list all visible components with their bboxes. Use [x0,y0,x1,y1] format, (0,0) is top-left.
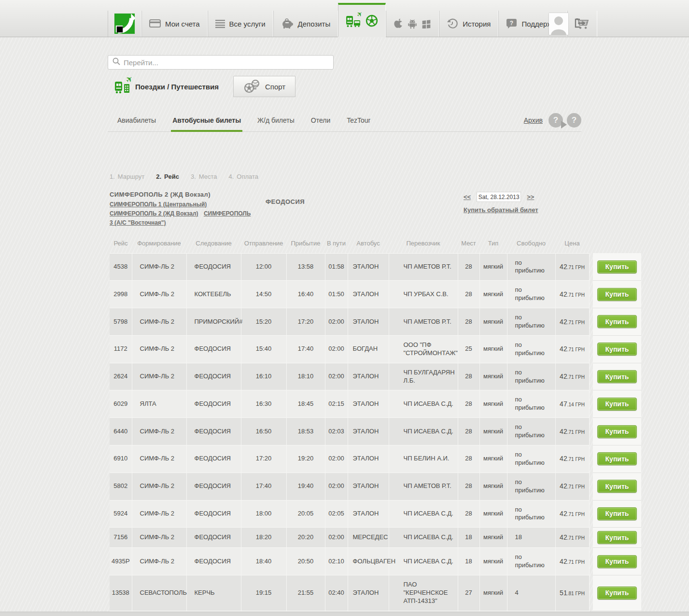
col-header-type: Тип [479,235,507,253]
subtab-bus[interactable]: Автобусные билеты [172,116,241,131]
buy-return-ticket-link[interactable]: Купить обратный билет [464,206,538,214]
trip-number: 5802 [110,473,132,500]
nav-my-accounts-label: Мои счета [165,20,200,28]
station-link-simferopol2[interactable]: СИМФЕРОПОЛЬ 2 (ЖД Вокзал) [110,210,198,217]
col-header-duration: В пути [325,235,348,253]
buy-button[interactable]: Купить [597,288,637,301]
col-header-arrival: Прибытие [286,235,325,253]
archive-link[interactable]: Архив [524,116,543,124]
trip-origin: СИМФ-ЛЬ 2 [132,548,186,575]
nav-mobile-apps[interactable] [386,11,439,37]
trip-duration: 02:10 [325,548,348,575]
date-input[interactable] [477,192,521,202]
trip-duration: 02:00 [325,335,348,363]
trip-row: 2998 СИМФ-ЛЬ 2 КОКТЕБЕЛЬ 14:50 16:40 01:… [110,281,641,308]
logout-icon[interactable] [573,17,586,31]
trip-seats: 28 [458,500,479,528]
buy-button[interactable]: Купить [597,587,637,600]
col-header-seats: Мест [458,235,479,253]
trip-seats: 28 [458,308,479,336]
trip-carrier: ЧП АМЕТОВ Р.Т. [389,253,458,281]
trip-number: 6440 [110,418,132,445]
subtab-teztour[interactable]: TezTour [347,116,370,131]
trip-destination: ПРИМОРСКИЙ# [186,308,241,336]
trip-carrier: ООО "ПФ "СТРОЙМОНТАЖ" [389,335,458,363]
trip-bus-model: ЭТАЛОН [348,281,389,308]
tab-travel[interactable]: ✈ Поездки / Путешествия [108,76,227,97]
trip-duration: 02:15 [325,390,348,418]
trip-price: 42.71ГРН [555,363,589,390]
buy-button[interactable]: Купить [597,370,637,383]
step-payment: 4.Оплата [229,173,259,180]
table-header-row: Рейс Формирование Следование Отправление… [110,235,641,253]
trip-price: 42.71ГРН [555,500,589,528]
subtab-avia[interactable]: Авиабилеты [117,116,156,131]
trip-free-seats: по прибытию [507,473,555,500]
trip-carrier: ПАО "КЕРЧЕНСКОЕ АТП-14313" [389,575,458,611]
prev-date-link[interactable]: << [464,193,471,201]
trip-free-seats: по прибытию [507,363,555,390]
trip-origin: СИМФ-ЛЬ 2 [132,528,186,548]
trip-price: 42.71ГРН [555,335,589,363]
buy-button[interactable]: Купить [597,480,637,493]
buy-button[interactable]: Купить [597,260,637,273]
trip-departure: 18:20 [241,528,286,548]
primary-tabs: ✈ Поездки / Путешествия Спорт [108,76,689,97]
nav-deposits[interactable]: Депозиты [273,11,338,37]
trip-number: 4935Р [110,548,132,575]
trip-arrival: 20:20 [286,528,325,548]
trip-departure: 16:30 [241,390,286,418]
trip-price: 42.71ГРН [555,308,589,336]
nav-history-label: История [463,20,491,28]
privatbank-logo-icon [114,13,135,34]
trip-seat-type: мягкий [479,418,507,445]
trip-free-seats: по прибытию [507,281,555,308]
nav-history[interactable]: История [439,11,498,37]
next-date-link[interactable]: >> [527,193,534,201]
trip-seats: 28 [458,473,479,500]
trip-arrival: 16:40 [286,281,325,308]
trip-bus-model: ЭТАЛОН [348,575,389,611]
nav-travel-sport-active[interactable]: ✈ [338,3,386,37]
trip-origin: СИМФ-ЛЬ 2 [132,281,186,308]
trip-seats: 28 [458,445,479,473]
buy-button[interactable]: Купить [597,452,637,465]
privatbank-logo[interactable] [108,11,141,37]
help-video-icon[interactable]: ? [548,113,563,128]
nav-my-accounts[interactable]: Мои счета [141,11,208,37]
trip-bus-model: ФОЛЬЦВАГЕН [348,548,389,575]
trip-bus-model: ЭТАЛОН [348,500,389,528]
col-header-carrier: Перевозчик [389,235,458,253]
tab-sport[interactable]: Спорт [233,76,295,97]
trip-carrier: ЧП ИСАЕВА С.Д. [389,418,458,445]
search-input[interactable] [124,58,329,67]
buy-button[interactable]: Купить [597,425,637,438]
trip-duration: 02:03 [325,418,348,445]
buy-button[interactable]: Купить [597,398,637,411]
trip-duration: 02:05 [325,500,348,528]
buy-button[interactable]: Купить [597,315,637,328]
trip-price: 42.71ГРН [555,281,589,308]
trip-free-seats: по прибытию [507,418,555,445]
subtab-rail[interactable]: Ж/д билеты [257,116,295,131]
card-icon [149,19,161,28]
ticket-type-tabs: Авиабилеты Автобусные билеты Ж/д билеты … [108,97,581,132]
trip-arrival: 17:40 [286,335,325,363]
trips-table: Рейс Формирование Следование Отправление… [110,235,641,616]
buy-button[interactable]: Купить [597,507,637,520]
trip-destination: КЕРЧЬ [186,575,241,611]
subtab-hotels[interactable]: Отели [311,116,330,131]
trip-arrival: 17:20 [286,308,325,336]
trip-bus-model: ЭТАЛОН [348,473,389,500]
buy-button[interactable]: Купить [597,343,637,356]
trip-price: 42.71ГРН [555,253,589,281]
help-icon[interactable]: ? [567,113,581,128]
nav-all-services[interactable]: Все услуги [208,11,273,37]
buy-button[interactable]: Купить [597,531,637,544]
trip-number: 5798 [110,308,132,336]
station-link-simferopol1[interactable]: СИМФЕРОПОЛЬ 1 (Центральный) [110,201,207,208]
user-avatar[interactable] [549,13,568,35]
buy-button[interactable]: Купить [597,555,637,568]
trip-arrival: 19:40 [286,473,325,500]
trip-carrier: ЧП АМЕТОВ Р.Т. [389,473,458,500]
